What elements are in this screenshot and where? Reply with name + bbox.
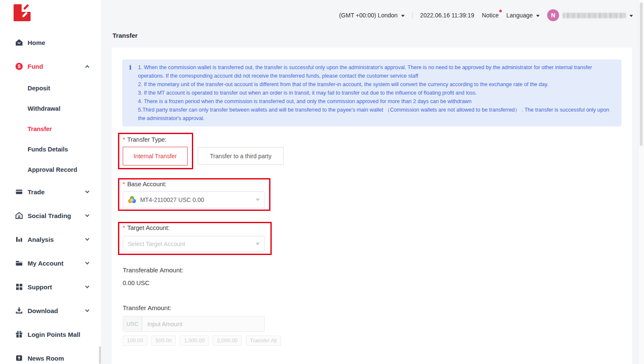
user-menu[interactable]: N (547, 9, 633, 21)
sidebar-item-label: Support (28, 283, 86, 291)
avatar: N (547, 9, 559, 21)
chevron-down-icon (401, 15, 405, 17)
fund-dollar-icon: $ (15, 62, 23, 70)
sidebar: Home $ Fund Deposit Withdrawal Transfer … (0, 0, 102, 364)
sidebar-item-trade[interactable]: Trade (0, 180, 101, 204)
chevron-up-icon (85, 65, 90, 69)
notice-line: 3. If the MT account is operated to tran… (138, 89, 614, 97)
transferable-amount-label: Transferable Amount: (123, 266, 183, 274)
chevron-down-icon (256, 243, 260, 245)
brand-logo[interactable] (14, 4, 31, 21)
notice-box: i 1. When the commission wallet is trans… (122, 59, 622, 126)
sidebar-item-deposit[interactable]: Deposit (0, 78, 101, 98)
sidebar-item-label: My Account (28, 260, 86, 267)
chevron-down-icon (630, 15, 633, 17)
quick-amount-button[interactable]: 500.00 (151, 336, 176, 346)
notice-line: 4. There is a frozen period when the com… (138, 97, 614, 106)
sidebar-item-transfer[interactable]: Transfer (0, 119, 101, 139)
transfer-type-label: *Transfer Type: (123, 136, 166, 143)
base-account-value: MT4-2110027 USC 0.00 (140, 196, 204, 203)
sidebar-nav: Home $ Fund Deposit Withdrawal Transfer … (0, 31, 101, 364)
chevron-down-icon (536, 15, 540, 17)
quick-amount-button[interactable]: 1,000.00 (180, 336, 209, 346)
sidebar-item-withdrawal[interactable]: Withdrawal (0, 98, 101, 119)
sidebar-item-login-points-mall[interactable]: Login Points Mall (0, 322, 101, 346)
required-mark: * (123, 181, 125, 188)
analysis-bars-icon (15, 235, 23, 243)
info-icon: i (129, 63, 138, 123)
notice-text: 1. When the commission wallet is transfe… (138, 63, 614, 123)
third-party-transfer-button[interactable]: Transfer to a third party (198, 147, 284, 165)
sidebar-item-support[interactable]: Support (0, 275, 101, 299)
chevron-down-icon (256, 199, 260, 201)
language-label: Language (506, 12, 533, 19)
transfer-amount-input[interactable] (142, 316, 264, 331)
sidebar-item-label: Withdrawal (28, 105, 89, 112)
sidebar-item-label: Social Trading (28, 212, 86, 219)
base-account-label: *Base Account: (123, 181, 166, 188)
sidebar-scrollbar-thumb[interactable] (99, 346, 101, 364)
transfer-amount-label: Transfer Amount: (123, 304, 172, 311)
internal-transfer-button[interactable]: Internal Transfer (123, 147, 188, 165)
timezone-selector[interactable]: (GMT +00:00) London (339, 12, 405, 19)
chevron-down-icon (85, 284, 90, 288)
sidebar-item-funds-details[interactable]: Funds Details (0, 139, 101, 160)
sidebar-item-label: Fund (28, 63, 86, 70)
datetime-label: 2022.06.16 11:39:19 (420, 12, 474, 19)
trade-icon (15, 188, 23, 196)
divider (412, 12, 413, 19)
download-icon (15, 307, 23, 314)
page-scrollbar-thumb[interactable] (640, 3, 643, 146)
sidebar-item-approval-record[interactable]: Approval Record (0, 160, 101, 180)
sidebar-item-label: Approval Record (28, 166, 89, 173)
chevron-down-icon (85, 260, 90, 264)
sidebar-item-label: Download (28, 307, 86, 314)
language-selector[interactable]: Language (506, 12, 540, 19)
sidebar-item-home[interactable]: Home (0, 31, 101, 54)
mt4-account-icon (128, 196, 136, 204)
sidebar-item-label: Login Points Mall (28, 331, 89, 338)
sidebar-item-label: Deposit (28, 85, 89, 92)
sidebar-item-fund[interactable]: $ Fund (0, 54, 101, 78)
chevron-down-icon (85, 236, 90, 241)
sidebar-item-download[interactable]: Download (0, 299, 101, 322)
folder-icon (15, 259, 23, 267)
logo-slash-icon (22, 11, 28, 17)
quick-amount-button[interactable]: 2,000.00 (213, 336, 242, 346)
sidebar-item-label: Funds Details (28, 146, 89, 153)
sidebar-item-social-trading[interactable]: Social Trading (0, 204, 101, 227)
currency-prefix: USC (123, 316, 142, 331)
sidebar-item-label: Transfer (28, 126, 89, 132)
notice-link[interactable]: Notice (482, 12, 499, 19)
target-account-label: *Target Account: (123, 224, 170, 231)
sidebar-item-news-room[interactable]: News Room (0, 346, 101, 364)
sidebar-item-label: Home (28, 39, 89, 46)
home-icon (15, 39, 23, 46)
target-account-select[interactable]: Select Target Account (123, 236, 265, 252)
chevron-down-icon (85, 213, 90, 217)
notice-line: 1. When the commission wallet is transfe… (138, 63, 614, 80)
notification-dot (499, 10, 502, 12)
sidebar-item-my-account[interactable]: My Account (0, 251, 101, 275)
transfer-amount-group: USC (123, 316, 265, 332)
page-title: Transfer (112, 32, 138, 39)
page-scrollbar[interactable] (638, 0, 644, 364)
sidebar-item-analysis[interactable]: Analysis (0, 227, 101, 251)
grid-icon (15, 283, 23, 291)
sidebar-item-label: Analysis (28, 236, 86, 243)
base-account-select[interactable]: MT4-2110027 USC 0.00 (123, 191, 265, 208)
svg-text:$: $ (18, 64, 20, 69)
sidebar-item-label: News Room (28, 355, 89, 362)
transfer-all-button[interactable]: Transfer All (246, 336, 281, 346)
quick-amount-button[interactable]: 100.00 (123, 336, 147, 346)
social-trading-icon (15, 212, 23, 219)
chevron-down-icon (85, 189, 90, 193)
notice-label: Notice (482, 12, 499, 19)
transferable-amount-value: 0.00 USC (123, 280, 149, 286)
notice-line: 5.Third party transfer can only transfer… (138, 106, 614, 123)
topbar: (GMT +00:00) London 2022.06.16 11:39:19 … (102, 0, 638, 31)
transfer-card: i 1. When the commission wallet is trans… (112, 48, 632, 364)
user-name-redacted (562, 13, 626, 18)
required-mark: * (123, 224, 125, 231)
required-mark: * (123, 136, 125, 143)
